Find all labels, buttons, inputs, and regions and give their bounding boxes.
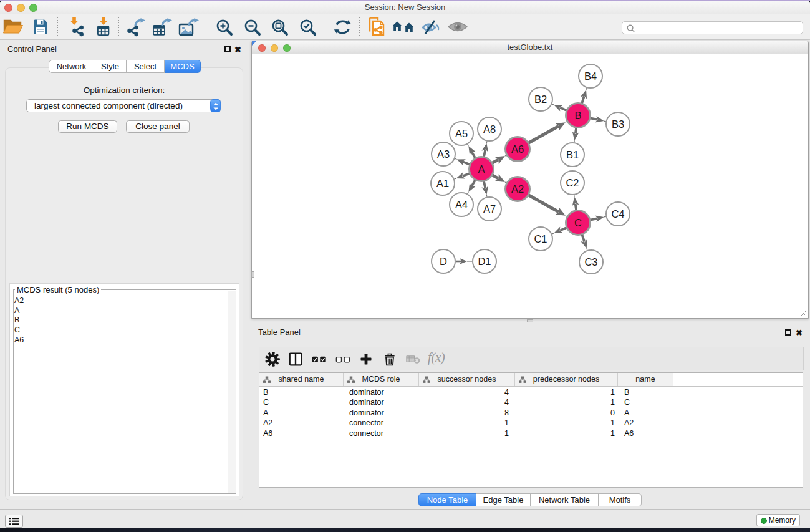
svg-text:D1: D1 <box>478 256 491 267</box>
svg-text:C2: C2 <box>566 177 579 188</box>
svg-text:A3: A3 <box>437 148 450 160</box>
svg-text:D: D <box>440 256 447 267</box>
svg-text:B: B <box>574 110 581 121</box>
svg-text:C3: C3 <box>584 256 597 268</box>
svg-text:C: C <box>574 217 582 228</box>
svg-text:A2: A2 <box>511 183 524 195</box>
svg-text:C4: C4 <box>611 208 624 220</box>
svg-text:A8: A8 <box>483 123 496 135</box>
svg-text:A1: A1 <box>436 178 449 189</box>
svg-text:A7: A7 <box>483 203 496 215</box>
svg-text:A5: A5 <box>455 128 468 139</box>
svg-text:C1: C1 <box>534 233 547 244</box>
svg-text:B3: B3 <box>612 118 624 130</box>
svg-text:B1: B1 <box>566 149 579 160</box>
svg-text:A4: A4 <box>455 199 468 210</box>
svg-text:A6: A6 <box>511 143 524 155</box>
svg-text:B4: B4 <box>584 70 597 82</box>
svg-text:A: A <box>478 163 485 175</box>
svg-text:B2: B2 <box>534 94 547 105</box>
